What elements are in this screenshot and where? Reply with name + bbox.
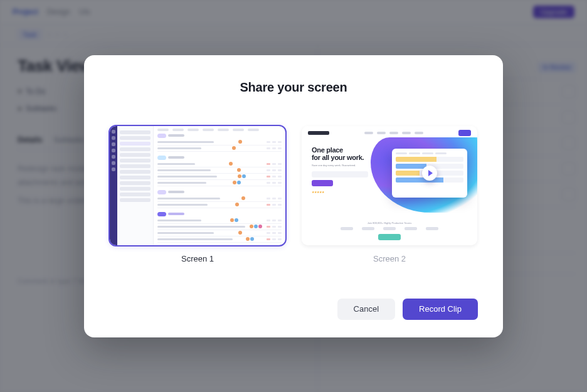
signup-button-icon: [458, 130, 471, 136]
cancel-button[interactable]: Cancel: [337, 299, 395, 320]
modal-title: Share your screen: [109, 80, 478, 95]
clickup-logo-icon: [308, 131, 329, 135]
hero-subtext: Save one day every week. Guaranteed.: [312, 164, 381, 167]
get-started-button-mock: [312, 180, 333, 186]
play-icon: [422, 166, 437, 181]
screen-2-label: Screen 2: [302, 254, 477, 263]
record-clip-button[interactable]: Record Clip: [403, 299, 478, 320]
screen-2-thumbnail[interactable]: One place for all your work. Save one da…: [302, 126, 477, 245]
screen-1-thumbnail[interactable]: [110, 126, 285, 245]
email-input-mock: [312, 171, 368, 177]
share-screen-modal: Share your screen: [84, 55, 503, 337]
s1-side-nav: [117, 126, 154, 245]
screen-option-1[interactable]: Screen 1: [110, 126, 285, 263]
screen-option-2[interactable]: One place for all your work. Save one da…: [302, 126, 477, 263]
s2-footer: Join 800,000+ Highly Productive Teams: [302, 221, 477, 240]
screen-options: Screen 1 One place for all your work.: [109, 126, 478, 263]
free-forever-badge: [378, 234, 401, 240]
s1-task-list: [154, 126, 285, 245]
trust-text: Join 800,000+ Highly Productive Teams: [302, 221, 477, 225]
s1-rail-icon: [110, 126, 117, 245]
screen-1-label: Screen 1: [110, 254, 285, 263]
hero-product-card: [392, 149, 467, 198]
modal-actions: Cancel Record Clip: [109, 299, 478, 320]
